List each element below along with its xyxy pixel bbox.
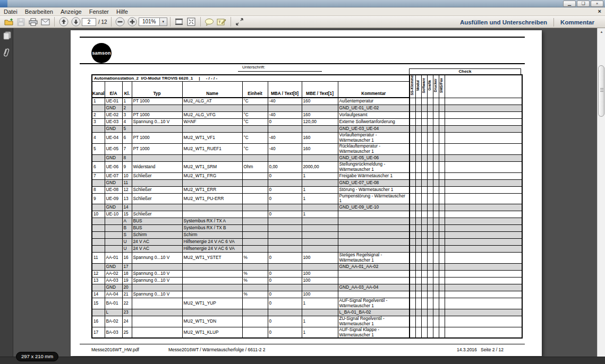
fit-page-button[interactable] <box>185 16 198 27</box>
zoom-level-select[interactable]: 101% <box>139 18 160 26</box>
page-number-input[interactable] <box>82 18 96 26</box>
check-cell <box>439 224 445 231</box>
table-cell: 19 <box>122 277 132 284</box>
col-header-kanal: Kanal <box>92 81 105 98</box>
attachments-button[interactable] <box>2 47 12 57</box>
check-cell <box>427 161 433 172</box>
menu-hilfe[interactable]: Hilfe <box>113 7 132 16</box>
check-cell <box>415 111 421 118</box>
check-cell <box>427 111 433 118</box>
table-cell: 5 <box>122 125 132 132</box>
table-row: 10UE-1015Schließer01 <box>92 211 522 218</box>
fill-sign-button[interactable]: Ausfüllen und Unterschreiben <box>454 19 553 25</box>
sign-button[interactable]: T <box>216 16 228 27</box>
print-button[interactable] <box>27 16 39 27</box>
email-button[interactable] <box>39 16 52 27</box>
table-cell: MU2_WT1_VF1 <box>182 132 242 143</box>
table-cell: 10 <box>122 172 132 179</box>
fit-page-icon <box>187 18 195 26</box>
fullscreen-button[interactable] <box>234 16 246 27</box>
check-cell <box>433 327 439 338</box>
table-cell <box>182 211 242 218</box>
check-cell <box>410 186 415 193</box>
scrollbar-thumb[interactable] <box>598 65 604 117</box>
table-cell: 0 <box>268 298 302 309</box>
table-cell <box>268 245 302 252</box>
restore-button[interactable]: ❏ <box>577 1 590 7</box>
comment-panel-button[interactable]: Kommentar <box>554 19 601 25</box>
table-row: 4UE-046PT 1000MU2_WT1_VF1°C-40160Vorlauf… <box>92 132 522 143</box>
check-cell <box>439 245 445 252</box>
table-cell <box>242 309 268 316</box>
check-cell <box>439 179 445 186</box>
minimize-button[interactable]: ▁ <box>563 1 576 7</box>
table-cell: AA-02 <box>105 270 122 277</box>
zoom-in-button[interactable] <box>126 16 139 27</box>
check-cell <box>427 238 433 245</box>
app-icon[interactable] <box>0 0 7 7</box>
table-row: 15BA-0122MU2_WT1_YUP01AUF-Signal Regelve… <box>92 298 522 309</box>
table-cell <box>132 327 182 338</box>
check-cell <box>439 327 445 338</box>
check-cell <box>421 125 427 132</box>
check-cell <box>415 284 421 291</box>
check-cell <box>415 291 421 298</box>
previous-page-button[interactable] <box>57 16 70 27</box>
table-cell <box>182 154 242 161</box>
table-cell <box>242 298 268 309</box>
menu-datei[interactable]: Datei <box>0 7 21 16</box>
table-cell: 100 <box>302 252 338 263</box>
check-cell <box>415 98 421 105</box>
menu-anzeige[interactable]: Anzeige <box>57 7 86 16</box>
menu-fenster[interactable]: Fenster <box>86 7 113 16</box>
table-cell: GND_UE-09_UE-10 <box>338 204 410 211</box>
next-page-button[interactable] <box>70 16 82 27</box>
table-cell: 10 <box>92 211 105 218</box>
close-button[interactable]: × <box>591 1 603 7</box>
extra-cell <box>445 179 522 186</box>
table-cell: MU2_ALG_AT <box>182 98 242 105</box>
table-cell: GND_AA-03_AA-04 <box>338 284 410 291</box>
table-cell <box>92 263 105 270</box>
check-cell <box>439 211 445 218</box>
table-cell <box>132 125 182 132</box>
table-cell: 160 <box>302 98 338 105</box>
zoom-out-button[interactable] <box>114 16 126 27</box>
table-cell: BA-03 <box>105 327 122 338</box>
open-button[interactable] <box>3 16 15 27</box>
table-row: GND17GND_AA-01_AA-02 <box>92 263 522 270</box>
extra-cell <box>445 252 522 263</box>
save-button[interactable] <box>15 16 27 27</box>
table-cell: Schließer <box>132 211 182 218</box>
page-thumbnails-button[interactable] <box>2 31 12 40</box>
zoom-dropdown-icon[interactable]: ▼ <box>159 18 167 26</box>
check-cell <box>433 172 439 179</box>
table-cell: -40 <box>268 98 302 105</box>
menu-bearbeiten[interactable]: Bearbeiten <box>21 7 57 16</box>
comment-button[interactable] <box>203 16 216 27</box>
table-cell: 22 <box>122 298 132 309</box>
check-cell <box>410 284 415 291</box>
table-cell: % <box>242 270 268 277</box>
table-cell <box>302 284 338 291</box>
table-cell: GND <box>105 105 122 111</box>
close-document-icon[interactable]: × <box>598 7 601 16</box>
table-cell: 12 <box>92 270 105 277</box>
table-title-row: Automationsstation_2 I/O-Modul TROVIS 66… <box>92 75 410 81</box>
table-cell <box>242 193 268 204</box>
scroll-up-icon[interactable]: ▲ <box>598 28 605 36</box>
vertical-scrollbar[interactable]: ▲ <box>597 28 605 364</box>
table-cell <box>92 204 105 211</box>
extra-cell <box>445 327 522 338</box>
check-cell <box>433 298 439 309</box>
scroll-mode-button[interactable] <box>173 16 185 27</box>
check-cell <box>410 193 415 204</box>
check-cell <box>415 224 421 231</box>
check-cell <box>410 291 415 298</box>
check-cell <box>433 193 439 204</box>
table-cell: Schirm <box>182 231 242 238</box>
col-header-mba: MBA / Text[0] <box>268 81 302 98</box>
table-cell: 24 V AC <box>132 245 182 252</box>
check-cell <box>410 245 415 252</box>
check-cell <box>415 125 421 132</box>
